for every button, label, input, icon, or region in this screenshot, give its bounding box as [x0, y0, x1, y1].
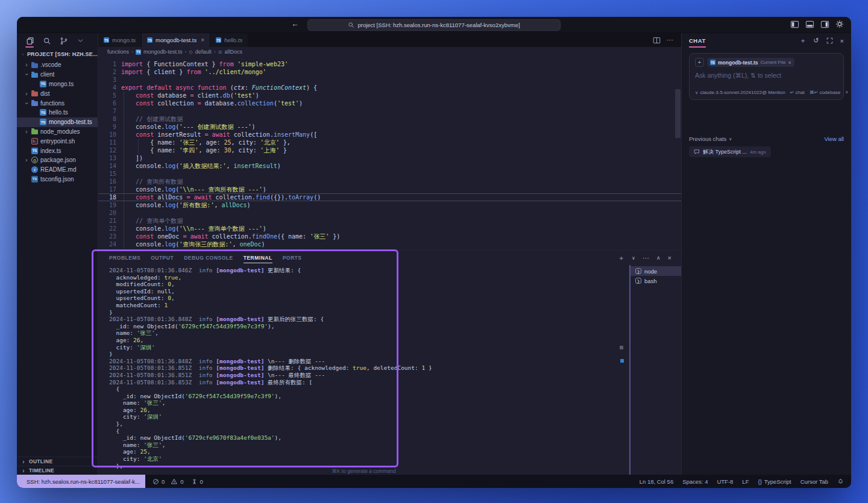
panel-tab-problems[interactable]: PROBLEMS [109, 252, 140, 263]
code-line[interactable]: 21 // 查询单个数据 [98, 217, 681, 225]
timeline-section[interactable]: ›TIMELINE [17, 466, 98, 475]
code-line[interactable]: 17 console.log('\\n--- 查询所有数据 ---') [98, 186, 681, 193]
notifications-bell-icon[interactable] [837, 478, 844, 485]
code-line[interactable]: 13 ]) [98, 154, 681, 162]
code-line[interactable]: 23 const oneDoc = await collection.findO… [98, 233, 681, 240]
toggle-sidebar-icon[interactable] [790, 20, 799, 28]
command-center-search[interactable]: project [SSH: hzh.sealos.run-ns-kc811077… [307, 19, 561, 31]
nav-back-icon[interactable]: ← [291, 19, 299, 28]
tree-item-mongo-ts[interactable]: TSmongo.ts [17, 80, 98, 89]
cursor-tab-toggle[interactable]: Cursor Tab [800, 478, 828, 485]
breadcrumb-item[interactable]: default [195, 49, 212, 55]
tree-item-index-ts[interactable]: TSindex.ts [17, 146, 98, 155]
code-line[interactable]: 10 const insertResult = await collection… [98, 131, 681, 139]
breadcrumb-item[interactable]: mongodb-test.ts [143, 49, 183, 55]
chat-tab[interactable]: CHAT [689, 34, 706, 48]
code-editor[interactable]: 1import { FunctionContext } from 'simple… [98, 57, 681, 250]
code-line[interactable]: 6 const collection = database.collection… [98, 99, 681, 107]
ports-status[interactable]: 0 [191, 478, 203, 485]
explorer-section-header[interactable]: PROJECT [SSH: HZH.SE... [17, 48, 98, 60]
panel-maximize-icon[interactable]: ∧ [656, 255, 661, 261]
terminal-output[interactable]: 2024-11-05T08:01:36.846Z info [mongodb-t… [98, 265, 629, 475]
panel-tab-ports[interactable]: PORTS [283, 252, 302, 263]
code-line[interactable]: 14 console.log('插入数据结果:', insertResult) [98, 162, 681, 170]
close-tab-icon[interactable]: × [201, 37, 204, 43]
encoding[interactable]: UTF-8 [717, 478, 733, 485]
problems-status[interactable]: 0 0 [153, 478, 184, 485]
tree-item-hello-ts[interactable]: TShello.ts [17, 108, 98, 117]
tree-item-node-modules[interactable]: ›node_modules [17, 127, 98, 137]
explorer-icon[interactable] [25, 34, 35, 48]
cursor-position[interactable]: Ln 18, Col 56 [640, 478, 674, 485]
terminal-instance-bash[interactable]: ❯bash [631, 276, 681, 286]
settings-gear-icon[interactable] [835, 20, 844, 28]
tree-item-dist[interactable]: ›dist [17, 89, 98, 98]
tab-mongodb-test-ts[interactable]: TSmongodb-test.ts× [142, 33, 210, 47]
indentation[interactable]: Spaces: 4 [682, 478, 708, 485]
search-view-icon[interactable] [42, 34, 52, 48]
tree-item-tsconfig-json[interactable]: TStsconfig.json [17, 175, 98, 184]
tree-item-client[interactable]: ›client [17, 70, 98, 80]
toggle-secondary-sidebar-icon[interactable] [820, 20, 829, 28]
eol[interactable]: LF [742, 478, 749, 485]
code-line[interactable]: 16 // 查询所有数据 [98, 178, 681, 186]
code-line[interactable]: 9 console.log('--- 创建测试数据 ---') [98, 123, 681, 131]
tree-item--vscode[interactable]: ›.vscode [17, 60, 98, 70]
tree-item-package-json[interactable]: ›{}package.json [17, 155, 98, 165]
remote-indicator[interactable]: SSH: hzh.sealos.run-ns-kc811077-sealaf-k… [17, 475, 145, 488]
code-line[interactable]: 15 [98, 170, 681, 178]
mention-button[interactable]: @ Mention [762, 90, 785, 95]
code-line[interactable]: 19 console.log('所有数据:', allDocs) [98, 201, 681, 209]
tree-item-readme-md[interactable]: iREADME.md [17, 165, 98, 175]
code-line[interactable]: 8 // 创建测试数据 [98, 115, 681, 123]
tree-item-mongodb-test-ts[interactable]: TSmongodb-test.ts [17, 117, 98, 127]
tab-mongo-ts[interactable]: TSmongo.ts [98, 33, 142, 47]
breadcrumb-item[interactable]: functions [107, 49, 129, 55]
model-selector[interactable]: claude-3-5-sonnet-20241022 [700, 90, 762, 95]
chat-input-box[interactable]: + TS mongodb-test.ts Current File × Ask … [689, 53, 844, 100]
terminal-dropdown-icon[interactable]: ∨ [632, 255, 635, 261]
previous-chats-label[interactable]: Previous chats [689, 136, 726, 142]
panel-tab-terminal[interactable]: TERMINAL [244, 252, 272, 263]
context-chip[interactable]: TS mongodb-test.ts Current File × [707, 58, 794, 67]
code-line[interactable]: 11 { name: '张三', age: 25, city: '北京' }, [98, 139, 681, 146]
view-all-link[interactable]: View all [824, 136, 844, 142]
chat-history-icon[interactable]: ↺ [813, 37, 819, 45]
split-editor-icon[interactable] [653, 37, 661, 44]
panel-more-icon[interactable]: ⋯ [643, 254, 649, 262]
code-line[interactable]: 25 [98, 248, 681, 250]
panel-tab-debug-console[interactable]: DEBUG CONSOLE [184, 252, 233, 263]
close-chat-icon[interactable]: × [840, 37, 844, 45]
breadcrumb[interactable]: functions›TSmongodb-test.ts›◇default›⊙al… [98, 47, 681, 57]
expand-chat-icon[interactable] [826, 37, 833, 44]
language-mode[interactable]: {}TypeScript [758, 478, 791, 485]
code-line[interactable]: 5 const database = client.db('test') [98, 92, 681, 99]
codebase-submit[interactable]: ⌘↵ codebase [810, 90, 841, 95]
panel-tab-output[interactable]: OUTPUT [151, 252, 174, 263]
chat-submit[interactable]: ↵ chat [790, 90, 805, 95]
toggle-panel-icon[interactable] [805, 20, 814, 28]
source-control-icon[interactable] [58, 34, 69, 48]
new-chat-icon[interactable]: ＋ [799, 36, 806, 45]
code-line[interactable]: 22 console.log('\\n--- 查询单个数据 ---') [98, 225, 681, 233]
code-line[interactable]: 18 const allDocs = await collection.find… [98, 193, 681, 201]
chevron-down-icon[interactable] [75, 34, 86, 48]
chip-close-icon[interactable]: × [788, 60, 791, 66]
code-line[interactable]: 4export default async function (ctx: Fun… [98, 84, 681, 92]
code-line[interactable]: 2import { client } from '../client/mongo… [98, 68, 681, 76]
editor-scrollbar[interactable] [675, 89, 681, 138]
tree-item-functions[interactable]: ›functions [17, 98, 98, 108]
new-terminal-icon[interactable]: ＋ [618, 254, 624, 263]
tab-hello-ts[interactable]: TShello.ts [210, 33, 248, 47]
code-line[interactable]: 1import { FunctionContext } from 'simple… [98, 60, 681, 68]
code-line[interactable]: 20 [98, 209, 681, 217]
code-line[interactable]: 12 { name: '李四', age: 30, city: '上海' } [98, 146, 681, 154]
code-line[interactable]: 7 [98, 107, 681, 115]
panel-close-icon[interactable]: × [668, 254, 671, 261]
code-line[interactable]: 24 console.log('查询张三的数据:', oneDoc) [98, 240, 681, 248]
tree-item-entrypoint-sh[interactable]: >_entrypoint.sh [17, 136, 98, 146]
add-context-button[interactable]: + [695, 58, 704, 67]
outline-section[interactable]: ›OUTLINE [17, 457, 98, 466]
terminal-instance-node[interactable]: ❯node [631, 266, 681, 276]
chat-history-item[interactable]: 解决 TypeScript ... 4m ago [689, 146, 771, 157]
